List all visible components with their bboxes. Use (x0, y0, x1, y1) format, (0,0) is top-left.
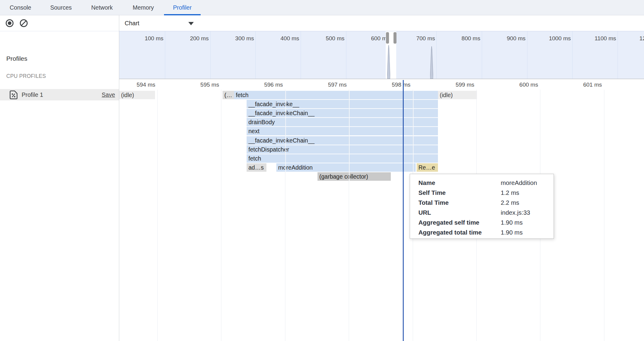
profiler-main-panel: Chart 100 ms200 ms300 ms400 ms500 ms600 … (119, 15, 644, 341)
tab-console[interactable]: Console (7, 0, 34, 15)
flame-bar-re-e[interactable]: Re…e (417, 163, 438, 172)
tab-network[interactable]: Network (88, 0, 116, 15)
overview-tick-label: 100 ms (119, 35, 163, 42)
chevron-down-icon (188, 22, 194, 25)
tooltip-value: index.js:33 (501, 209, 530, 216)
flame-bar--facade-invokechain-[interactable]: __facade_invokeChain__ (247, 109, 438, 117)
profile-document-icon (9, 90, 18, 100)
tooltip-label: Self Time (418, 189, 446, 196)
flame-bar--idle-[interactable]: (idle) (438, 91, 477, 99)
flamechart-gridline (285, 90, 286, 341)
flamechart-gridline (157, 90, 158, 341)
ruler-tick-label: 600 ms (492, 81, 538, 88)
overview-tick-label: 400 ms (253, 35, 299, 42)
ruler-tick-label: 594 ms (119, 81, 155, 88)
record-profile-icon[interactable] (5, 19, 14, 28)
tooltip-row: Self Time1.2 ms (410, 188, 554, 198)
flame-bar-fetch[interactable]: fetch (247, 154, 438, 163)
view-mode-value: Chart (125, 20, 139, 27)
tooltip-value: 1.2 ms (501, 189, 519, 196)
ruler-tick-label: 596 ms (237, 81, 283, 88)
overview-tick-label: 1200 ms (615, 35, 644, 42)
flame-bar-moreaddition[interactable]: moreAddition (276, 163, 416, 172)
sidebar-item-profile-1[interactable]: Profile 1 Save (0, 89, 119, 100)
tooltip-row: Aggregated self time1.90 ms (410, 218, 554, 228)
flame-bar-fetch[interactable]: fetch (234, 91, 438, 99)
tooltip-label: Name (418, 179, 435, 186)
tab-sources[interactable]: Sources (47, 0, 75, 15)
cpu-activity-spike (387, 45, 390, 79)
selected-time-marker (403, 80, 404, 341)
profile-name: Profile 1 (22, 91, 43, 98)
ruler-tick-label: 597 ms (301, 81, 347, 88)
flame-bar-next[interactable]: next (247, 127, 438, 135)
tooltip-label: Total Time (418, 199, 449, 206)
ruler-tick-label: 599 ms (428, 81, 474, 88)
tooltip-value: 2.2 ms (501, 199, 519, 206)
overview-selection-left-handle[interactable] (386, 32, 389, 44)
profiles-toolbar (0, 15, 119, 31)
ruler-tick-label: 595 ms (173, 81, 219, 88)
flame-bar-fetchdispatcher[interactable]: fetchDispatcher (247, 145, 438, 154)
tooltip-label: Aggregated self time (418, 219, 479, 226)
overview-selection-right-handle[interactable] (393, 32, 396, 44)
tooltip-row: Total Time2.2 ms (410, 198, 554, 208)
tab-profiler[interactable]: Profiler (164, 0, 201, 15)
flame-bar-ad-s[interactable]: ad…s (247, 163, 266, 172)
tooltip-label: URL (418, 209, 431, 216)
flame-bar--idle-[interactable]: (idle) (119, 91, 155, 99)
overview-tick-label: 600 ms (343, 35, 390, 42)
overview-tick-label: 900 ms (479, 35, 526, 42)
tooltip-row: NamemoreAddition (410, 178, 554, 188)
tooltip-value: 1.90 ms (501, 229, 523, 236)
cpu-activity-spike (430, 46, 433, 79)
profile-overview-pane[interactable]: 100 ms200 ms300 ms400 ms500 ms600 ms700 … (119, 31, 644, 79)
save-profile-link[interactable]: Save (102, 91, 115, 98)
flamechart-time-ruler: 594 ms595 ms596 ms597 ms598 ms599 ms600 … (119, 79, 644, 90)
overview-tick-label: 1100 ms (570, 35, 616, 42)
tooltip-row: Aggregated total time1.90 ms (410, 228, 554, 238)
profiles-heading: Profiles (6, 55, 27, 62)
frame-details-tooltip: NamemoreAdditionSelf Time1.2 msTotal Tim… (410, 174, 554, 239)
flamechart-gridline (221, 90, 222, 341)
flame-bar--facade-invokechain-[interactable]: __facade_invokeChain__ (247, 136, 438, 145)
clear-profiles-icon[interactable] (19, 19, 28, 28)
tooltip-label: Aggregated total time (418, 229, 482, 236)
flame-bar-drainbody[interactable]: drainBody (247, 118, 438, 126)
profiles-sidebar: Profiles CPU PROFILES Profile 1 Save (0, 15, 119, 341)
ruler-tick-label: 601 ms (556, 81, 602, 88)
tooltip-row: URLindex.js:33 (410, 208, 554, 218)
flamechart-gridline (349, 90, 350, 341)
overview-tick-label: 800 ms (434, 35, 480, 42)
overview-tick-label: 500 ms (298, 35, 345, 42)
devtools-tab-bar: ConsoleSourcesNetworkMemoryProfiler (0, 0, 644, 15)
overview-tick-label: 200 ms (162, 35, 209, 42)
overview-tick-label: 1000 ms (524, 35, 571, 42)
chart-view-toolbar: Chart (119, 15, 644, 31)
flamechart-gridline (604, 90, 605, 341)
view-mode-dropdown[interactable]: Chart (125, 15, 139, 31)
flame-bar--facade-invoke-[interactable]: __facade_invoke__ (247, 100, 438, 108)
cpu-profiles-section-heading: CPU PROFILES (6, 73, 46, 79)
flame-bar--[interactable]: (… (223, 91, 234, 99)
tooltip-value: moreAddition (501, 179, 537, 186)
tooltip-value: 1.90 ms (501, 219, 523, 226)
tab-memory[interactable]: Memory (129, 0, 158, 15)
flamechart-canvas[interactable]: (idle)(…fetch(idle)__facade_invoke____fa… (119, 90, 644, 341)
flame-bar--garbage-collector-[interactable]: (garbage collector) (317, 172, 391, 181)
overview-tick-label: 300 ms (207, 35, 254, 42)
